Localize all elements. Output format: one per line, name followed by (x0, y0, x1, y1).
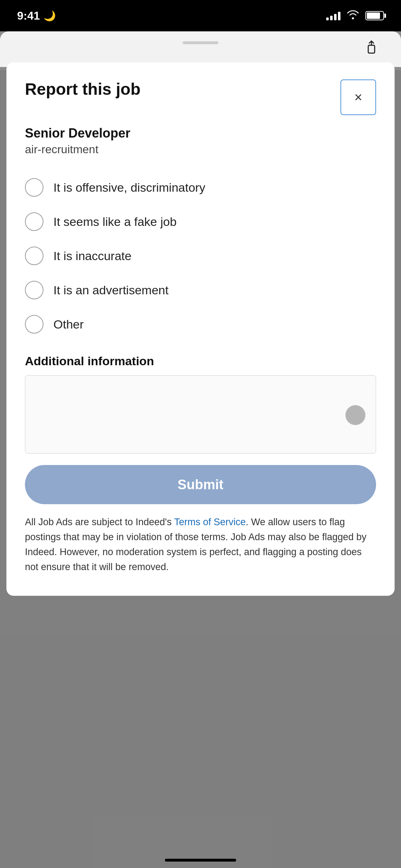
sheet-handle-area (0, 31, 401, 67)
status-time: 9:41 🌙 (17, 9, 56, 22)
radio-label-advertisement: It is an advertisement (53, 283, 168, 297)
scroll-indicator (345, 405, 365, 425)
wifi-icon (347, 10, 359, 22)
modal-company: air-recruitment (25, 143, 376, 156)
terms-text: All Job Ads are subject to Indeed's Term… (25, 515, 376, 574)
close-icon: × (354, 90, 362, 105)
radio-other[interactable]: Other (25, 307, 376, 341)
radio-fake[interactable]: It seems like a fake job (25, 205, 376, 239)
share-button[interactable] (359, 37, 384, 62)
close-button[interactable]: × (340, 79, 376, 115)
terms-prefix: All Job Ads are subject to Indeed's (25, 517, 174, 527)
modal-header: Report this job × (25, 79, 376, 115)
additional-info-wrapper (25, 375, 376, 455)
status-bar: 9:41 🌙 (0, 0, 401, 31)
battery-icon (365, 11, 384, 20)
radio-inaccurate[interactable]: It is inaccurate (25, 239, 376, 273)
report-modal: Report this job × Senior Developer air-r… (6, 62, 395, 596)
signal-icon (326, 11, 340, 20)
additional-info-label: Additional information (25, 354, 376, 368)
radio-label-fake: It seems like a fake job (53, 215, 177, 229)
radio-label-inaccurate: It is inaccurate (53, 249, 131, 263)
radio-circle-other (25, 315, 43, 334)
radio-circle-advertisement (25, 281, 43, 299)
moon-icon: 🌙 (43, 10, 56, 22)
additional-info-textarea[interactable] (25, 375, 376, 454)
time-display: 9:41 (17, 9, 40, 22)
modal-job-title: Senior Developer (25, 126, 376, 141)
modal-title: Report this job (25, 79, 141, 99)
radio-label-other: Other (53, 317, 84, 331)
radio-circle-inaccurate (25, 247, 43, 265)
svg-rect-0 (368, 45, 375, 53)
submit-button[interactable]: Submit (25, 465, 376, 504)
status-icons (326, 10, 384, 22)
radio-offensive[interactable]: It is offensive, discriminatory (25, 170, 376, 205)
terms-link[interactable]: Terms of Service (174, 517, 246, 527)
radio-label-offensive: It is offensive, discriminatory (53, 181, 205, 195)
radio-circle-fake (25, 212, 43, 231)
sheet-handle (183, 41, 218, 44)
reason-radio-group: It is offensive, discriminatory It seems… (25, 170, 376, 341)
radio-advertisement[interactable]: It is an advertisement (25, 273, 376, 307)
home-indicator (165, 859, 236, 862)
radio-circle-offensive (25, 178, 43, 197)
